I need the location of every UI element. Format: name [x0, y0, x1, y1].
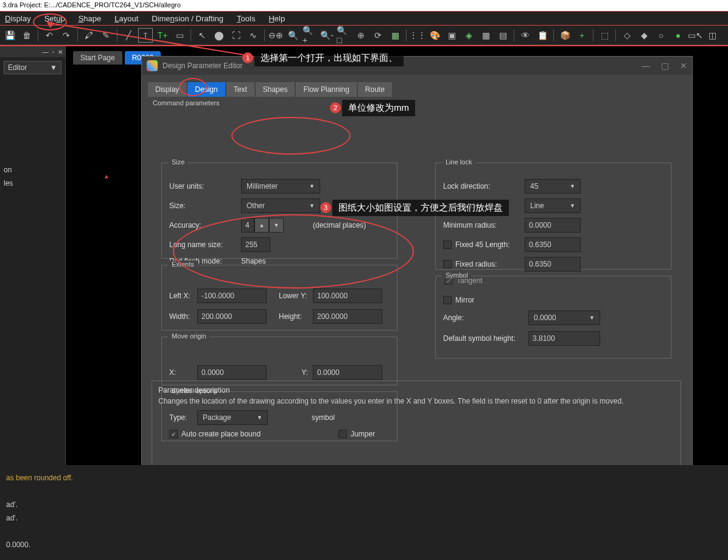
defheight-label: Default symbol height: [443, 334, 528, 343]
defheight-input[interactable] [528, 331, 600, 346]
tab-route[interactable]: Route [358, 82, 392, 97]
add-icon[interactable]: + [575, 28, 589, 43]
width-label: Width: [169, 312, 197, 321]
lowy-input[interactable] [313, 289, 382, 303]
maximize-icon[interactable]: ▢ [661, 61, 669, 71]
shape2-icon[interactable]: ◆ [637, 28, 651, 43]
align-icon[interactable]: ⬚ [597, 28, 612, 43]
zoomin-icon[interactable]: 🔍+ [303, 28, 317, 43]
line-icon[interactable]: ╱ [121, 28, 136, 43]
stack-icon[interactable]: ◈ [461, 28, 476, 43]
copy-icon[interactable]: 📋 [535, 28, 550, 43]
lowy-label: Lower Y: [279, 292, 313, 300]
width-input[interactable] [197, 309, 267, 324]
menu-display[interactable]: Display [5, 14, 31, 23]
tab-startpage[interactable]: Start Page [73, 51, 122, 65]
shape1-icon[interactable]: ◇ [620, 28, 634, 43]
zoomfit-icon[interactable]: 🔍□ [337, 28, 351, 43]
longname-input[interactable] [241, 237, 270, 252]
layers-icon[interactable]: ▣ [444, 28, 459, 43]
menu-dimension[interactable]: Dimension / Drafting [152, 14, 223, 23]
text-icon[interactable]: T [138, 28, 153, 43]
menu-layout[interactable]: Layout [114, 14, 138, 23]
trash-icon[interactable]: 🗑 [19, 28, 34, 43]
longname-label: Long name size: [169, 240, 241, 249]
select-icon[interactable]: ▭↖ [688, 28, 702, 43]
panel-controls[interactable]: —▫✕ [0, 46, 65, 57]
dialog-title: Design Parameter Editor [163, 61, 242, 70]
menu-shape[interactable]: Shape [79, 14, 102, 23]
menu-tools[interactable]: Tools [237, 14, 255, 23]
leftx-input[interactable] [197, 289, 267, 303]
target-icon[interactable]: ⊕ [354, 28, 368, 43]
refresh-icon[interactable]: ⟳ [371, 28, 385, 43]
section-moveorigin: Move origin [168, 332, 210, 340]
text-add-icon[interactable]: T+ [155, 28, 170, 43]
panel-item-on[interactable]: on [0, 163, 65, 177]
box-icon[interactable]: 📦 [558, 28, 572, 43]
height-input[interactable] [313, 309, 382, 324]
circlefill-icon[interactable]: ● [671, 28, 685, 43]
accuracy-input[interactable] [241, 218, 254, 233]
crop-icon[interactable]: ⛶ [229, 28, 243, 43]
grid-icon[interactable]: ⋮⋮ [410, 28, 425, 43]
canvas[interactable]: ▲ [73, 65, 140, 464]
lockmode-combo[interactable]: Line [525, 198, 581, 213]
userunits-label: User units: [169, 182, 241, 191]
log-line-3: ad'. [6, 511, 722, 525]
table-icon[interactable]: ▦ [478, 28, 493, 43]
menu-setup[interactable]: Setup [44, 14, 65, 23]
log-line-4: 0.0000. [6, 538, 722, 551]
tool-icon[interactable]: ∿ [246, 28, 261, 43]
minrad-input[interactable] [525, 218, 581, 233]
size-combo[interactable]: Other [241, 198, 320, 213]
tab-shapes[interactable]: Shapes [256, 82, 295, 97]
size-label: Size: [169, 201, 241, 210]
frad-checkbox[interactable] [443, 260, 452, 268]
tab-flow[interactable]: Flow Planning [296, 82, 356, 97]
editor-dropdown[interactable]: Editor▼ [4, 61, 61, 74]
leftx-label: Left X: [169, 292, 197, 300]
tab-display[interactable]: Display [148, 82, 186, 97]
annotation-2: 单位修改为mm [342, 100, 415, 116]
angle-combo[interactable]: 0.0000 [528, 310, 600, 325]
shape-icon[interactable]: ▭ [172, 28, 187, 43]
undo-icon[interactable]: ↶ [42, 28, 57, 43]
frad-input[interactable] [525, 257, 581, 271]
y-input[interactable] [313, 365, 382, 380]
highlight-icon[interactable]: 🖍 [82, 28, 96, 43]
panel-item-les[interactable]: les [0, 177, 65, 190]
color-icon[interactable]: 🎨 [427, 28, 442, 43]
command-params-label: Command parameters [153, 99, 681, 107]
matrix-icon[interactable]: ▤ [495, 28, 510, 43]
userunits-combo[interactable]: Millimeter [241, 179, 320, 194]
eye-icon[interactable]: 👁 [518, 28, 533, 43]
zoomreset-icon[interactable]: ⊖⊕ [268, 28, 283, 43]
mirror-label: Mirror [455, 296, 474, 304]
accuracy-up[interactable]: ▲ [254, 218, 269, 233]
accuracy-down[interactable]: ▼ [269, 218, 284, 233]
tab-text[interactable]: Text [226, 82, 254, 97]
x-input[interactable] [197, 365, 267, 380]
left-panel: —▫✕ Editor▼ on les [0, 46, 66, 465]
f45-checkbox[interactable] [443, 240, 452, 249]
lockdir-combo[interactable]: 45 [525, 179, 581, 194]
cursor-icon[interactable]: ↖ [195, 28, 209, 43]
dialog-icon [147, 60, 158, 71]
mirror-checkbox[interactable] [443, 296, 452, 304]
circle-icon[interactable]: ○ [654, 28, 668, 43]
redo-icon[interactable]: ↷ [59, 28, 74, 43]
draw-icon[interactable]: ✎ [99, 28, 113, 43]
close-icon[interactable]: ✕ [680, 61, 687, 71]
minimize-icon[interactable]: — [642, 61, 650, 71]
save-icon[interactable]: 💾 [2, 28, 17, 43]
brush-icon[interactable]: ⬤ [212, 28, 226, 43]
tab-design[interactable]: Design [187, 82, 225, 97]
menu-help[interactable]: Help [268, 14, 285, 23]
zoomout-icon[interactable]: 🔍- [320, 28, 334, 43]
badge-2: 2 [330, 102, 341, 113]
edit-icon[interactable]: ◫ [705, 28, 719, 43]
chip-icon[interactable]: ▦ [388, 28, 402, 43]
f45-input[interactable] [525, 237, 581, 252]
zoom-icon[interactable]: 🔍 [285, 28, 300, 43]
